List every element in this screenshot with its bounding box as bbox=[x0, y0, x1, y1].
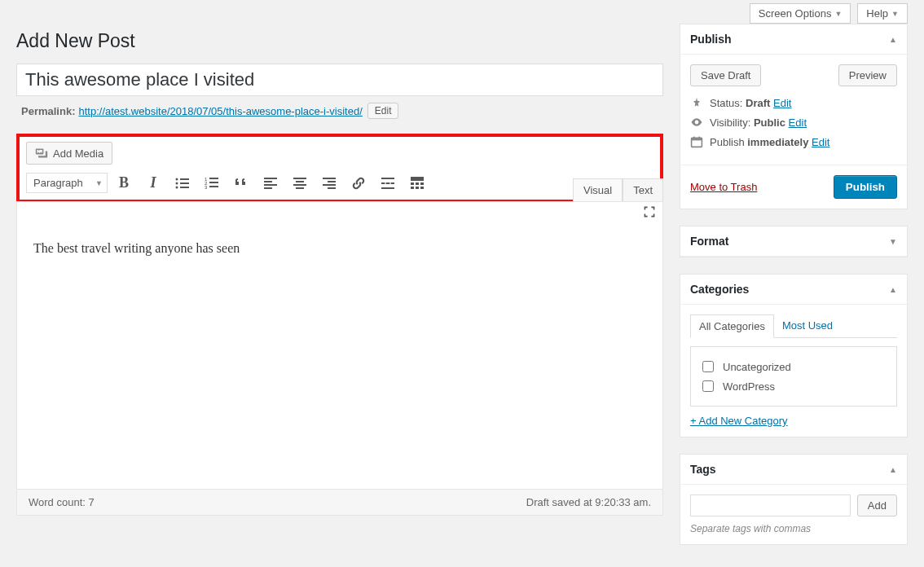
editor-content[interactable]: The best travel writing anyone has seen bbox=[17, 222, 662, 489]
help-label: Help bbox=[866, 7, 888, 20]
fullscreen-icon[interactable] bbox=[643, 205, 656, 218]
post-title-input[interactable] bbox=[16, 64, 663, 96]
visibility-line: Visibility: Public Edit bbox=[690, 116, 897, 129]
categories-box: Categories ▲ All Categories Most Used Un… bbox=[680, 274, 908, 437]
svg-rect-38 bbox=[692, 138, 702, 140]
permalink-url[interactable]: http://atest.website/2018/07/05/this-awe… bbox=[78, 105, 362, 117]
schedule-line: Publish immediately Edit bbox=[690, 135, 897, 148]
chevron-up-icon: ▲ bbox=[889, 465, 897, 474]
chevron-down-icon: ▼ bbox=[889, 237, 897, 246]
visibility-edit-link[interactable]: Edit bbox=[789, 116, 807, 129]
tab-text[interactable]: Text bbox=[623, 178, 663, 201]
tags-hint: Separate tags with commas bbox=[690, 523, 897, 534]
add-media-button[interactable]: Add Media bbox=[26, 142, 112, 165]
screen-options-button[interactable]: Screen Options ▼ bbox=[750, 3, 851, 24]
category-item[interactable]: Uncategorized bbox=[699, 358, 888, 375]
category-checkbox[interactable] bbox=[702, 380, 714, 392]
save-draft-button[interactable]: Save Draft bbox=[690, 64, 761, 86]
permalink-row: Permalink: http://atest.website/2018/07/… bbox=[21, 103, 663, 119]
tab-all-categories[interactable]: All Categories bbox=[690, 314, 774, 338]
page-title: Add New Post bbox=[16, 30, 663, 52]
add-media-label: Add Media bbox=[53, 147, 103, 160]
screen-options-label: Screen Options bbox=[759, 7, 832, 20]
category-list: Uncategorized WordPress bbox=[690, 346, 897, 407]
move-to-trash-link[interactable]: Move to Trash bbox=[690, 181, 757, 193]
tag-input[interactable] bbox=[690, 494, 851, 516]
chevron-down-icon: ▼ bbox=[891, 10, 899, 18]
publish-button[interactable]: Publish bbox=[834, 175, 897, 199]
svg-rect-40 bbox=[698, 137, 700, 139]
svg-rect-39 bbox=[693, 137, 695, 139]
category-checkbox[interactable] bbox=[702, 361, 714, 372]
publish-box: Publish ▲ Save Draft Preview Status: Dra… bbox=[680, 24, 908, 209]
preview-button[interactable]: Preview bbox=[838, 64, 897, 86]
permalink-edit-button[interactable]: Edit bbox=[367, 103, 399, 119]
word-count: Word count: 7 bbox=[29, 496, 95, 508]
format-heading[interactable]: Format ▼ bbox=[680, 226, 907, 257]
tab-most-used[interactable]: Most Used bbox=[774, 314, 841, 337]
status-edit-link[interactable]: Edit bbox=[773, 97, 791, 109]
format-box: Format ▼ bbox=[680, 226, 908, 257]
categories-heading[interactable]: Categories ▲ bbox=[680, 275, 907, 305]
status-line: Status: Draft Edit bbox=[690, 96, 897, 109]
draft-saved-status: Draft saved at 9:20:33 am. bbox=[526, 496, 651, 508]
media-icon bbox=[35, 147, 48, 160]
permalink-label: Permalink: bbox=[21, 105, 75, 117]
eye-icon bbox=[690, 116, 703, 129]
chevron-up-icon: ▲ bbox=[889, 35, 897, 44]
editor-text: The best travel writing anyone has seen bbox=[33, 241, 240, 255]
chevron-up-icon: ▲ bbox=[889, 285, 897, 294]
publish-heading[interactable]: Publish ▲ bbox=[680, 24, 907, 55]
chevron-down-icon: ▼ bbox=[834, 10, 842, 18]
schedule-edit-link[interactable]: Edit bbox=[812, 136, 829, 148]
pin-icon bbox=[690, 96, 703, 109]
tags-box: Tags ▲ Add Separate tags with commas bbox=[680, 454, 908, 545]
category-item[interactable]: WordPress bbox=[699, 378, 888, 394]
add-new-category-link[interactable]: + Add New Category bbox=[690, 415, 788, 427]
help-button[interactable]: Help ▼ bbox=[857, 3, 908, 24]
add-tag-button[interactable]: Add bbox=[857, 494, 897, 516]
tab-visual[interactable]: Visual bbox=[573, 178, 623, 201]
tags-heading[interactable]: Tags ▲ bbox=[680, 455, 907, 485]
calendar-icon bbox=[690, 135, 703, 148]
